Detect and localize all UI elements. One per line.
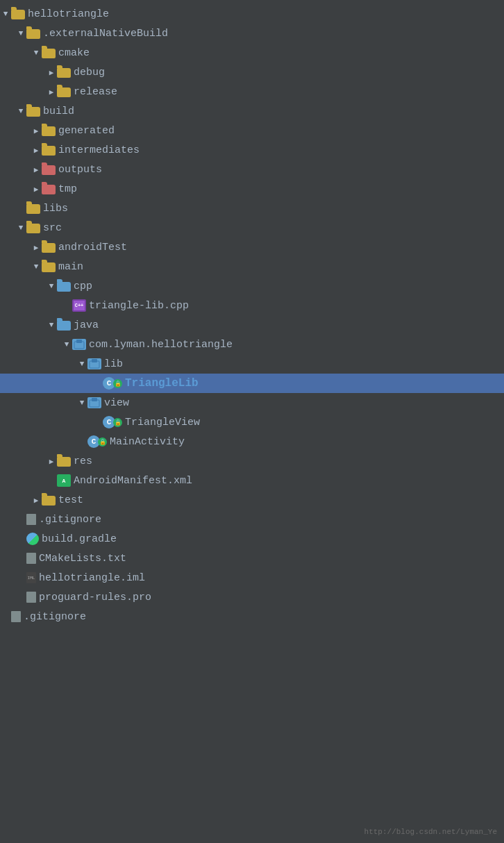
tree-item-label: androidTest — [58, 242, 127, 253]
folder-res-icon — [57, 457, 71, 467]
tree-item-generated[interactable]: ▶generated — [0, 121, 504, 140]
tree-arrow[interactable]: ▼ — [61, 340, 72, 349]
tree-item-TriangleView[interactable]: C🔒TriangleView — [0, 412, 504, 432]
svg-rect-1 — [76, 340, 82, 343]
tree-item-lib[interactable]: ▼lib — [0, 354, 504, 374]
tree-arrow[interactable]: ▼ — [76, 399, 87, 407]
folder-icon — [42, 243, 56, 253]
tree-item-res[interactable]: ▶res — [0, 451, 504, 471]
tree-item-hellotriangle-iml[interactable]: IMLhellotriangle.iml — [0, 568, 504, 587]
tree-arrow[interactable]: ▼ — [46, 321, 57, 329]
tree-item-label: .gitignore — [39, 514, 101, 526]
class-file-icon: C🔒 — [103, 377, 122, 390]
lock-icon: 🔒 — [98, 437, 107, 446]
tree-arrow[interactable]: ▶ — [31, 243, 42, 252]
tree-item-proguard[interactable]: proguard-rules.pro — [0, 587, 504, 607]
tree-item-build[interactable]: ▼build — [0, 101, 504, 121]
tree-item-com-lyman[interactable]: ▼com.lyman.hellotriangle — [0, 335, 504, 354]
file-tree: ▼hellotriangle▼.externalNativeBuild▼cmak… — [0, 0, 504, 631]
tree-item-debug[interactable]: ▶debug — [0, 62, 504, 82]
tree-arrow[interactable]: ▼ — [31, 262, 42, 271]
tree-arrow[interactable]: ▼ — [15, 107, 26, 115]
tree-item-label: CMakeLists.txt — [39, 553, 126, 565]
lock-icon: 🔒 — [113, 379, 122, 388]
tree-arrow[interactable]: ▶ — [31, 146, 42, 155]
svg-rect-3 — [92, 359, 97, 362]
svg-rect-5 — [92, 398, 97, 401]
tree-item-gitignore1[interactable]: .gitignore — [0, 510, 504, 529]
tree-item-MainActivity[interactable]: C🔒MainActivity — [0, 432, 504, 451]
tree-item-release[interactable]: ▶release — [0, 82, 504, 101]
folder-blue-icon — [57, 321, 71, 331]
folder-icon — [42, 496, 56, 506]
tree-item-tmp[interactable]: ▶tmp — [0, 179, 504, 199]
tree-item-label: build.gradle — [42, 533, 117, 545]
text-file-icon — [26, 514, 36, 525]
tree-item-label: intermediates — [58, 144, 140, 156]
tree-arrow[interactable]: ▶ — [46, 457, 57, 466]
folder-blue-icon — [57, 282, 71, 292]
tree-item-label: hellotriangle — [28, 8, 109, 20]
tree-item-gitignore2[interactable]: .gitignore — [0, 607, 504, 626]
tree-item-label: test — [58, 494, 83, 506]
tree-arrow[interactable]: ▶ — [31, 496, 42, 505]
tree-item-test[interactable]: ▶test — [0, 490, 504, 510]
tree-arrow[interactable]: ▼ — [15, 224, 26, 232]
lock-icon: 🔒 — [113, 418, 122, 427]
tree-item-label: hellotriangle.iml — [39, 572, 145, 584]
tree-item-label: cmake — [58, 47, 90, 59]
package-icon — [87, 397, 101, 408]
watermark: http://blog.csdn.net/Lyman_Ye — [364, 828, 497, 836]
tree-item-main[interactable]: ▼main — [0, 257, 504, 276]
tree-item-label: src — [43, 222, 62, 234]
folder-red-icon — [42, 165, 56, 175]
tree-item-build-gradle[interactable]: build.gradle — [0, 529, 504, 549]
folder-icon — [11, 10, 25, 19]
folder-icon — [57, 68, 71, 78]
tree-arrow[interactable]: ▶ — [31, 165, 42, 174]
tree-item-androidTest[interactable]: ▶androidTest — [0, 237, 504, 257]
tree-arrow[interactable]: ▶ — [31, 126, 42, 135]
tree-item-java[interactable]: ▼java — [0, 315, 504, 335]
folder-icon — [42, 49, 56, 58]
tree-item-cpp[interactable]: ▼cpp — [0, 276, 504, 296]
tree-arrow[interactable]: ▶ — [46, 68, 57, 77]
tree-item-label: TriangleView — [125, 417, 200, 428]
tree-arrow[interactable]: ▼ — [76, 360, 87, 368]
tree-item-label: MainActivity — [110, 436, 185, 448]
tree-item-AndroidManifest[interactable]: AAndroidManifest.xml — [0, 471, 504, 490]
tree-item-cmake[interactable]: ▼cmake — [0, 43, 504, 62]
text-file-icon — [11, 611, 21, 622]
tree-item-label: tmp — [58, 183, 77, 195]
tree-arrow[interactable]: ▶ — [46, 87, 57, 97]
tree-arrow[interactable]: ▶ — [31, 185, 42, 194]
tree-item-outputs[interactable]: ▶outputs — [0, 160, 504, 179]
tree-item-label: AndroidManifest.xml — [74, 475, 192, 487]
tree-item-label: generated — [58, 125, 115, 137]
tree-arrow[interactable]: ▼ — [15, 29, 26, 37]
tree-item-label: triangle-lib.cpp — [89, 300, 189, 312]
tree-item-externalNativeBuild[interactable]: ▼.externalNativeBuild — [0, 24, 504, 43]
tree-arrow[interactable]: ▼ — [0, 10, 11, 18]
cpp-file-icon: C++ — [72, 299, 86, 312]
folder-red-icon — [42, 185, 56, 194]
tree-item-intermediates[interactable]: ▶intermediates — [0, 140, 504, 160]
folder-icon — [57, 87, 71, 97]
tree-item-src[interactable]: ▼src — [0, 218, 504, 237]
tree-item-label: .externalNativeBuild — [43, 28, 168, 40]
tree-item-CMakeLists[interactable]: CMakeLists.txt — [0, 549, 504, 568]
tree-item-triangle-lib-cpp[interactable]: C++triangle-lib.cpp — [0, 296, 504, 315]
tree-item-root[interactable]: ▼hellotriangle — [0, 4, 504, 24]
manifest-file-icon: A — [57, 474, 71, 487]
package-icon — [87, 358, 101, 369]
text-file-icon — [26, 553, 36, 564]
tree-item-libs[interactable]: libs — [0, 199, 504, 218]
tree-arrow[interactable]: ▼ — [31, 49, 42, 57]
tree-item-label: build — [43, 106, 74, 117]
folder-icon — [42, 126, 56, 136]
tree-item-TriangleLib[interactable]: C🔒TriangleLib — [0, 374, 504, 393]
tree-item-view[interactable]: ▼view — [0, 393, 504, 412]
tree-item-label: main — [58, 261, 83, 273]
tree-arrow[interactable]: ▼ — [46, 282, 57, 290]
tree-item-label: debug — [74, 67, 105, 78]
